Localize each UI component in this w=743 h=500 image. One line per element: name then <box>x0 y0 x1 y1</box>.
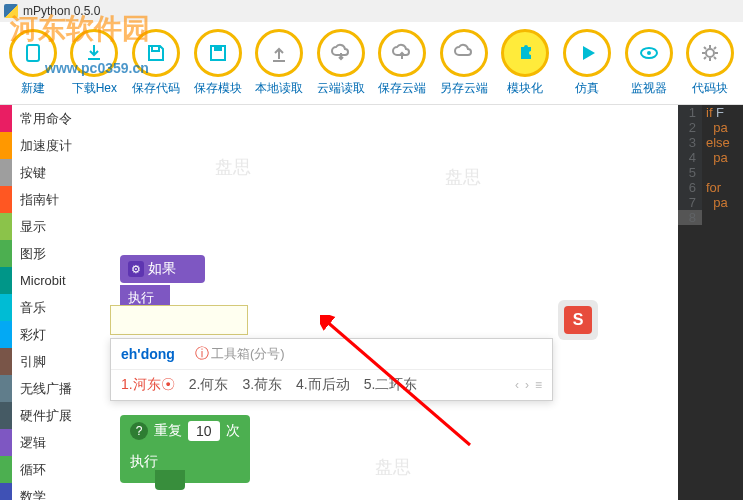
chevron-left-icon[interactable]: ‹ <box>515 378 519 392</box>
category-item[interactable]: 循环 <box>0 456 95 483</box>
ime-panel[interactable]: eh'dong ⓘ 工具箱(分号) 1.河东☉2.何东3.荷东4.而后动5.二环… <box>110 338 553 401</box>
category-label: 逻辑 <box>20 434 46 452</box>
category-item[interactable]: 逻辑 <box>0 429 95 456</box>
bg-watermark: 盘思 <box>375 455 411 479</box>
category-color <box>0 348 12 375</box>
ime-candidate[interactable]: 5.二环东 <box>364 376 418 394</box>
ime-candidate[interactable]: 4.而后动 <box>296 376 350 394</box>
code-line[interactable]: 1if F <box>678 105 743 120</box>
category-item[interactable]: 显示 <box>0 213 95 240</box>
code-text <box>702 210 706 225</box>
code-panel[interactable]: 1if F2 pa3else4 pa56for 7 pa8 <box>678 105 743 500</box>
toolbar-cloud-up[interactable]: 保存云端 <box>371 29 433 97</box>
toolbar-puzzle[interactable]: 模块化 <box>495 29 557 97</box>
tool-label: 另存云端 <box>440 80 488 97</box>
category-sidebar: 常用命令加速度计按键指南针显示图形Microbit音乐彩灯引脚无线广播硬件扩展逻… <box>0 105 95 500</box>
code-text: pa <box>702 120 728 135</box>
category-item[interactable]: 指南针 <box>0 186 95 213</box>
category-item[interactable]: 硬件扩展 <box>0 402 95 429</box>
code-line[interactable]: 2 pa <box>678 120 743 135</box>
category-item[interactable]: 数学 <box>0 483 95 500</box>
toolbar-save[interactable]: 保存代码 <box>125 29 187 97</box>
toolbar-eye[interactable]: 监视器 <box>618 29 680 97</box>
category-label: 循环 <box>20 461 46 479</box>
ime-hint: 工具箱(分号) <box>211 345 285 363</box>
toolbar: 新建下载Hex保存代码保存模块本地读取云端读取保存云端另存云端模块化仿真监视器代… <box>0 22 743 105</box>
toolbar-cloud-save[interactable]: 另存云端 <box>433 29 495 97</box>
line-number: 6 <box>678 180 702 195</box>
repeat-label: 重复 <box>154 422 182 440</box>
ime-candidate[interactable]: 1.河东☉ <box>121 376 175 394</box>
category-color <box>0 456 12 483</box>
category-item[interactable]: 音乐 <box>0 294 95 321</box>
tool-label: 代码块 <box>692 80 728 97</box>
workspace[interactable]: 盘思 盘思 盘思 盘思 ⚙ 如果 执行 S eh'dong ⓘ 工具箱(分号) … <box>95 105 678 500</box>
tool-label: 保存云端 <box>378 80 426 97</box>
category-color <box>0 375 12 402</box>
sogou-icon: S <box>564 306 592 334</box>
category-item[interactable]: 加速度计 <box>0 132 95 159</box>
toolbar-save-disk[interactable]: 保存模块 <box>187 29 249 97</box>
gear-icon[interactable]: ⚙ <box>128 261 144 277</box>
code-line[interactable]: 7 pa <box>678 195 743 210</box>
tool-label: 保存代码 <box>132 80 180 97</box>
category-item[interactable]: 常用命令 <box>0 105 95 132</box>
category-label: 数学 <box>20 488 46 501</box>
text-input[interactable] <box>110 305 248 335</box>
category-color <box>0 240 12 267</box>
toolbar-download[interactable]: 下载Hex <box>64 29 126 97</box>
category-color <box>0 186 12 213</box>
toolbar-play[interactable]: 仿真 <box>556 29 618 97</box>
ime-candidate[interactable]: 2.何东 <box>189 376 229 394</box>
category-item[interactable]: 引脚 <box>0 348 95 375</box>
toolbar-cloud-down[interactable]: 云端读取 <box>310 29 372 97</box>
category-color <box>0 159 12 186</box>
category-label: 常用命令 <box>20 110 72 128</box>
category-item[interactable]: 按键 <box>0 159 95 186</box>
help-icon[interactable]: ? <box>130 422 148 440</box>
code-line[interactable]: 8 <box>678 210 743 225</box>
line-number: 1 <box>678 105 702 120</box>
ime-nav[interactable]: ‹ › ≡ <box>515 378 542 392</box>
code-line[interactable]: 5 <box>678 165 743 180</box>
category-label: 硬件扩展 <box>20 407 72 425</box>
code-text: pa <box>702 150 728 165</box>
tool-label: 模块化 <box>507 80 543 97</box>
line-number: 7 <box>678 195 702 210</box>
app-title: mPython 0.5.0 <box>23 4 100 18</box>
code-line[interactable]: 3else <box>678 135 743 150</box>
category-label: 显示 <box>20 218 46 236</box>
category-label: 音乐 <box>20 299 46 317</box>
category-label: 引脚 <box>20 353 46 371</box>
bg-watermark: 盘思 <box>215 155 251 179</box>
toolbar-file-new[interactable]: 新建 <box>2 29 64 97</box>
ime-input-text: eh'dong <box>121 346 175 362</box>
tool-label: 仿真 <box>575 80 599 97</box>
tool-label: 监视器 <box>631 80 667 97</box>
category-color <box>0 402 12 429</box>
info-icon: ⓘ <box>195 345 209 363</box>
toolbar-upload[interactable]: 本地读取 <box>248 29 310 97</box>
category-color <box>0 321 12 348</box>
block-if[interactable]: ⚙ 如果 <box>120 255 205 283</box>
tool-label: 保存模块 <box>194 80 242 97</box>
menu-icon[interactable]: ≡ <box>535 378 542 392</box>
category-label: 加速度计 <box>20 137 72 155</box>
category-item[interactable]: Microbit <box>0 267 95 294</box>
code-line[interactable]: 4 pa <box>678 150 743 165</box>
bg-watermark: 盘思 <box>445 165 481 189</box>
ime-candidate[interactable]: 3.荷东 <box>242 376 282 394</box>
category-color <box>0 105 12 132</box>
repeat-exec: 执行 <box>130 453 158 469</box>
tool-label: 云端读取 <box>317 80 365 97</box>
python-icon <box>4 4 18 18</box>
category-item[interactable]: 图形 <box>0 240 95 267</box>
chevron-right-icon[interactable]: › <box>525 378 529 392</box>
repeat-count-input[interactable]: 10 <box>188 421 220 441</box>
code-line[interactable]: 6for <box>678 180 743 195</box>
category-item[interactable]: 彩灯 <box>0 321 95 348</box>
line-number: 5 <box>678 165 702 180</box>
category-item[interactable]: 无线广播 <box>0 375 95 402</box>
toolbar-gear[interactable]: 代码块 <box>679 29 741 97</box>
category-label: 彩灯 <box>20 326 46 344</box>
